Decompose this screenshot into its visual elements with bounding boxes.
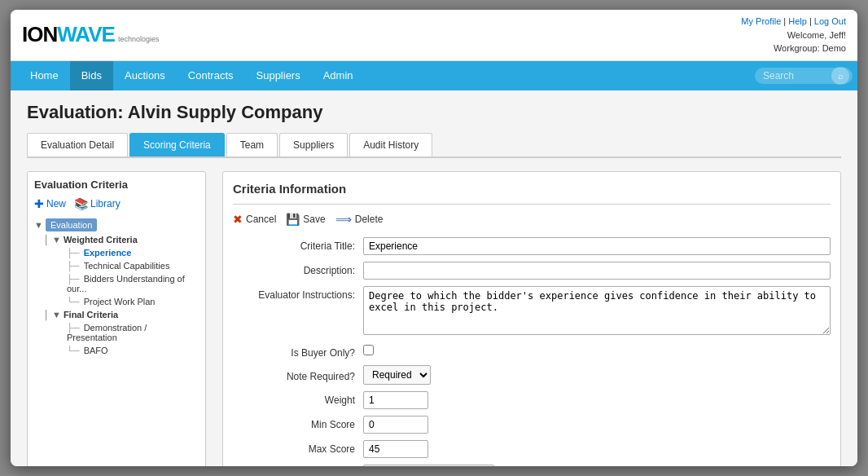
tree-connector: └─ [67, 297, 82, 306]
action-buttons: ✖ Cancel 💾 Save ⟹ Delete [233, 213, 831, 226]
min-score-row: Min Score [233, 416, 831, 434]
tree-connector: └─ [67, 346, 82, 355]
collapse-root-icon[interactable]: ▼ [34, 220, 46, 230]
my-profile-link[interactable]: My Profile [741, 16, 781, 26]
tree-leaf-bafo[interactable]: └─ BAFO [54, 344, 199, 357]
nav-bids[interactable]: Bids [70, 61, 113, 90]
tree-connector: ├─ [67, 248, 82, 258]
tree-leaf-bidders[interactable]: ├─ Bidders Understanding of our... [54, 272, 199, 295]
tab-scoring-criteria[interactable]: Scoring Criteria [129, 133, 225, 156]
plus-icon: ✚ [34, 197, 44, 210]
tree-leaf-experience[interactable]: ├─ Experience [54, 246, 199, 259]
min-score-input[interactable] [363, 416, 428, 434]
nav-auctions[interactable]: Auctions [113, 61, 177, 90]
tab-evaluation-detail[interactable]: Evaluation Detail [27, 133, 128, 156]
weighted-criteria-node: │ ▼ Weighted Criteria [44, 233, 199, 246]
weight-row: Weight [233, 391, 831, 409]
content-area: Evaluation Criteria ✚ New 📚 Library ▼ [27, 171, 841, 467]
tab-team[interactable]: Team [226, 133, 278, 156]
help-link[interactable]: Help [788, 16, 807, 26]
is-buyer-only-control [363, 345, 831, 358]
max-score-control [363, 440, 831, 458]
save-label: Save [303, 214, 325, 225]
library-icon: 📚 [74, 197, 88, 210]
welcome-text: Welcome, Jeff! [787, 30, 846, 40]
weight-label: Weight [233, 391, 363, 406]
panel-divider [233, 204, 831, 205]
max-score-input[interactable] [363, 440, 428, 458]
tree-leaf-technical[interactable]: ├─ Technical Capabilities [54, 259, 199, 272]
tree-root-label: Evaluation [46, 218, 97, 231]
is-buyer-only-label: Is Buyer Only? [233, 344, 363, 359]
weight-control [363, 391, 831, 409]
evaluator-instructions-textarea[interactable] [363, 286, 831, 335]
top-bar: IONWAVE technologies My Profile | Help |… [11, 10, 857, 61]
main-content: Evaluation: Alvin Supply Company Evaluat… [11, 90, 857, 467]
criteria-tree: ▼ Evaluation │ ▼ Weighted Criteria ├─ Ex… [34, 217, 199, 357]
panel-actions: ✚ New 📚 Library [34, 197, 199, 210]
tab-suppliers[interactable]: Suppliers [279, 133, 348, 156]
max-score-label: Max Score [233, 440, 363, 455]
tree-root: ▼ Evaluation [34, 217, 199, 233]
nav-home[interactable]: Home [19, 61, 70, 90]
final-items: ├─ Demonstration / Presentation └─ BAFO [44, 321, 199, 357]
description-row: Description: [233, 262, 831, 280]
criteria-title-input[interactable] [363, 237, 831, 255]
delete-button[interactable]: ⟹ Delete [335, 213, 384, 226]
collapse-weighted-icon[interactable]: │ ▼ [44, 235, 64, 245]
app-window: IONWAVE technologies My Profile | Help |… [11, 10, 857, 466]
note-required-control: Required Optional None [363, 365, 831, 385]
description-label: Description: [233, 262, 363, 276]
page-title: Evaluation: Alvin Supply Company [27, 102, 841, 123]
weighted-criteria-label: Weighted Criteria [64, 233, 138, 246]
right-panel: Criteria Information ✖ Cancel 💾 Save ⟹ D… [222, 171, 841, 467]
evaluator-instructions-control [363, 286, 831, 337]
description-input[interactable] [363, 262, 831, 280]
min-score-control [363, 416, 831, 434]
final-criteria-label: Final Criteria [64, 308, 118, 321]
tab-bar: Evaluation Detail Scoring Criteria Team … [27, 133, 841, 158]
weight-input[interactable] [363, 391, 428, 409]
nav-suppliers[interactable]: Suppliers [245, 61, 312, 90]
note-required-label: Note Required? [233, 368, 363, 382]
criteria-title-label: Criteria Title: [233, 237, 363, 252]
save-button[interactable]: 💾 Save [286, 213, 325, 226]
search-button[interactable]: ⌕ [831, 67, 849, 85]
note-required2-select[interactable]: Manually Entered Value Required Optional… [363, 465, 494, 467]
cancel-label: Cancel [246, 214, 276, 225]
tree-connector: ├─ [67, 323, 82, 333]
tree-leaf-project[interactable]: └─ Project Work Plan [54, 295, 199, 308]
top-right-info: My Profile | Help | Log Out Welcome, Jef… [741, 15, 846, 55]
library-label: Library [90, 198, 121, 209]
library-button[interactable]: 📚 Library [74, 197, 121, 210]
new-label: New [46, 198, 66, 209]
save-icon: 💾 [286, 213, 300, 226]
note-required-row: Note Required? Required Optional None [233, 365, 831, 385]
evaluator-instructions-row: Evaluator Instructions: [233, 286, 831, 337]
tree-leaf-demo[interactable]: ├─ Demonstration / Presentation [54, 321, 199, 344]
final-criteria-node: │ ▼ Final Criteria [44, 308, 199, 321]
tree-main-branch: │ ▼ Weighted Criteria ├─ Experience ├─ T… [34, 233, 199, 357]
description-control [363, 262, 831, 280]
tree-connector: ├─ [67, 274, 82, 284]
criteria-info-title: Criteria Information [233, 182, 831, 196]
tree-connector: ├─ [67, 261, 82, 271]
cancel-button[interactable]: ✖ Cancel [233, 213, 276, 226]
note-required-select[interactable]: Required Optional None [363, 365, 431, 385]
logo-wave: WAVE [57, 22, 115, 47]
evaluator-instructions-label: Evaluator Instructions: [233, 286, 363, 301]
panel-title: Evaluation Criteria [34, 178, 199, 191]
nav-admin[interactable]: Admin [312, 61, 365, 90]
criteria-form: Criteria Title: Description: Evaluator I… [233, 237, 831, 467]
nav-contracts[interactable]: Contracts [177, 61, 245, 90]
cancel-icon: ✖ [233, 213, 243, 226]
note-required2-control: Manually Entered Value Required Optional… [363, 465, 831, 467]
is-buyer-only-row: Is Buyer Only? [233, 344, 831, 359]
criteria-title-row: Criteria Title: [233, 237, 831, 255]
nav-bar: Home Bids Auctions Contracts Suppliers A… [11, 61, 857, 90]
log-out-link[interactable]: Log Out [814, 16, 846, 26]
collapse-final-icon[interactable]: │ ▼ [44, 310, 64, 320]
is-buyer-only-checkbox[interactable] [363, 345, 374, 355]
tab-audit-history[interactable]: Audit History [349, 133, 432, 156]
new-button[interactable]: ✚ New [34, 197, 66, 210]
